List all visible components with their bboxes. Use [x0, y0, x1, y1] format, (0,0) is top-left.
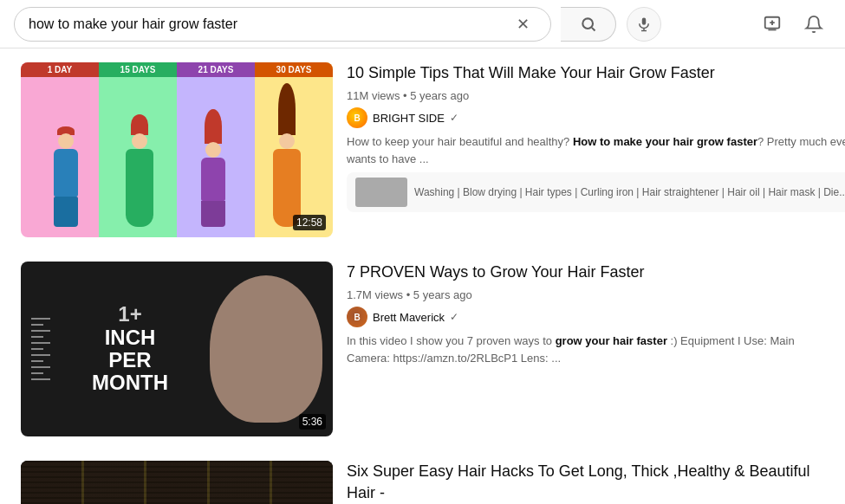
- video-meta-1: 11M views • 5 years ago: [347, 89, 845, 102]
- video-info-3: Six Super Easy Hair Hacks To Get Long, T…: [347, 461, 824, 504]
- video-info-2: 7 PROVEN Ways to Grow Your Hair Faster 1…: [347, 262, 824, 366]
- verified-icon-2: ✓: [450, 311, 458, 323]
- video-title-3[interactable]: Six Super Easy Hair Hacks To Get Long, T…: [347, 461, 824, 504]
- results-list: 1 DAY 15 DAYS 21 DAYS 30 DAYS: [0, 48, 845, 504]
- description-2: In this video I show you 7 proven ways t…: [347, 333, 824, 366]
- svg-point-0: [582, 18, 593, 29]
- channel-row-2: B Brett Maverick ✓: [347, 307, 824, 327]
- video-duration-1: 12:58: [293, 215, 326, 230]
- verified-icon-1: ✓: [450, 112, 458, 124]
- thumb2-big-text: 1+INCHPERMONTH: [92, 303, 168, 395]
- search-box: ✕: [14, 7, 551, 42]
- clear-icon[interactable]: ✕: [517, 15, 530, 34]
- create-button[interactable]: [755, 7, 790, 42]
- topbar: ✕: [0, 0, 845, 48]
- video-duration-2: 5:36: [299, 414, 326, 430]
- thumbnail-2[interactable]: 1+INCHPERMONTH 5:36: [21, 262, 333, 436]
- svg-line-1: [591, 27, 595, 30]
- topbar-actions: [755, 7, 831, 42]
- notifications-button[interactable]: [796, 7, 831, 42]
- search-icon: [580, 16, 597, 33]
- result-item: 1+INCHPERMONTH 5:36 7 PROVEN Ways to Gro…: [21, 262, 824, 436]
- create-icon: [763, 15, 782, 34]
- thumbnail-1[interactable]: 1 DAY 15 DAYS 21 DAYS 30 DAYS: [21, 62, 333, 237]
- ruler-marks: [31, 318, 50, 380]
- search-button[interactable]: [561, 7, 616, 42]
- video-meta-2: 1.7M views • 5 years ago: [347, 288, 824, 301]
- thumbnail-3[interactable]: Day 1 Day 7: [21, 461, 333, 504]
- channel-avatar-2: B: [347, 307, 367, 327]
- description-1: How to keep your hair beautiful and heal…: [347, 133, 845, 167]
- search-input[interactable]: [29, 16, 517, 32]
- channel-name-1[interactable]: BRIGHT SIDE: [373, 112, 445, 125]
- mic-button[interactable]: [627, 7, 661, 42]
- channel-name-2[interactable]: Brett Maverick: [373, 311, 445, 324]
- video-title-1[interactable]: 10 Simple Tips That Will Make Your Hair …: [347, 62, 845, 84]
- channel-row-1: B BRIGHT SIDE ✓: [347, 107, 845, 128]
- thumb2-face: [210, 275, 322, 423]
- moments-text-1: Washing | Blow drying | Hair types | Cur…: [414, 186, 845, 198]
- video-info-1: 10 Simple Tips That Will Make Your Hair …: [347, 62, 845, 212]
- channel-avatar-1: B: [347, 107, 367, 128]
- svg-rect-2: [642, 17, 647, 24]
- result-item: Day 1 Day 7 Six Super Easy Hair Hacks To…: [21, 461, 824, 504]
- mic-icon: [636, 16, 652, 32]
- moments-thumbnail-1: [355, 178, 407, 207]
- video-title-2[interactable]: 7 PROVEN Ways to Grow Your Hair Faster: [347, 262, 824, 283]
- bell-icon: [804, 15, 823, 34]
- moments-strip-1: Washing | Blow drying | Hair types | Cur…: [347, 172, 845, 212]
- result-item: 1 DAY 15 DAYS 21 DAYS 30 DAYS: [21, 62, 824, 237]
